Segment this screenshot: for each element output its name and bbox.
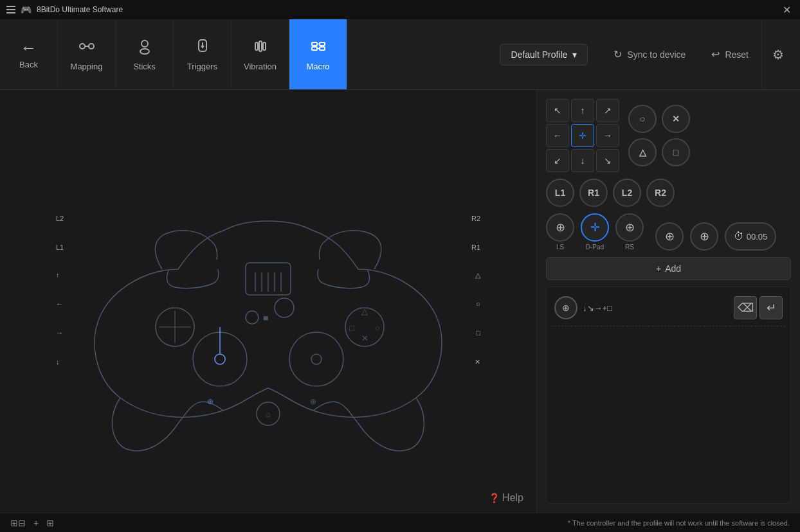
dpad-button[interactable]: ✛ xyxy=(581,213,609,242)
svg-point-0 xyxy=(80,44,85,49)
btn-r2[interactable]: R2 xyxy=(646,179,675,207)
triggers-icon xyxy=(194,37,212,58)
label-r1: R1 xyxy=(471,244,480,251)
svg-rect-13 xyxy=(312,47,317,50)
reset-button[interactable]: ↩ Reset xyxy=(698,19,761,89)
sync-icon: ↻ xyxy=(614,48,622,60)
stick-row: ⊕ LS ✛ D-Pad ⊕ RS ⊕ ⊕ ⏱ 00.05 xyxy=(546,213,791,251)
svg-point-25 xyxy=(246,311,259,324)
titlebar: 🎮 8BitDo Ultimate Software ✕ xyxy=(0,0,800,19)
dpad-button-label: D-Pad xyxy=(586,244,604,251)
label-square: □ xyxy=(476,329,480,337)
dpad-nw[interactable]: ↖ xyxy=(546,99,569,122)
nav-macro[interactable]: Macro xyxy=(289,19,347,89)
label-l2: L2 xyxy=(56,215,64,222)
lp-button[interactable]: ⊕ xyxy=(655,222,684,251)
reset-label: Reset xyxy=(725,49,749,60)
btn-l2[interactable]: L2 xyxy=(613,179,641,207)
rs-button-group: ⊕ RS xyxy=(615,213,644,251)
add-icon: + xyxy=(656,263,661,274)
svg-point-21 xyxy=(311,354,322,364)
svg-point-3 xyxy=(141,40,148,47)
svg-rect-8 xyxy=(255,42,258,50)
add-label: Add xyxy=(665,263,681,274)
timer-value: 00.05 xyxy=(747,232,768,242)
reset-icon: ↩ xyxy=(711,48,720,60)
rp-button[interactable]: ⊕ xyxy=(690,222,718,251)
dpad-se[interactable]: ↘ xyxy=(596,149,619,172)
label-down: ↓ xyxy=(56,358,60,366)
svg-point-18 xyxy=(215,354,225,364)
ls-button[interactable]: ⊕ xyxy=(546,213,574,242)
dashed-separator xyxy=(552,326,785,326)
navbar: ← Back Mapping Sticks Triggers Vibration… xyxy=(0,19,800,90)
ls-label: LS xyxy=(556,244,564,251)
label-l1: L1 xyxy=(56,244,64,251)
nav-mapping-label: Mapping xyxy=(71,62,103,71)
svg-rect-14 xyxy=(320,47,325,50)
nav-sticks[interactable]: Sticks xyxy=(116,19,174,89)
btn-cross-face[interactable]: ✕ xyxy=(662,105,690,133)
dpad-sw[interactable]: ↙ xyxy=(546,149,569,172)
nav-triggers-label: Triggers xyxy=(187,62,217,71)
bottombar: ⊞⊟ + ⊞ * The controller and the profile … xyxy=(0,513,800,532)
svg-point-20 xyxy=(289,332,343,386)
face-buttons-grid: ○ ✕ △ □ xyxy=(628,105,690,166)
bottom-icon-add[interactable]: + xyxy=(33,518,39,528)
help-button[interactable]: ❓ Help xyxy=(489,492,523,504)
timer-button[interactable]: ⏱ 00.05 xyxy=(725,222,776,251)
settings-icon: ⚙ xyxy=(772,47,784,62)
sync-button[interactable]: ↻ Sync to device xyxy=(601,19,698,89)
enter-key-backspace: ⌫ xyxy=(734,296,757,319)
dropdown-icon: ▾ xyxy=(572,49,577,60)
btn-square-face[interactable]: □ xyxy=(662,138,690,166)
nav-back[interactable]: ← Back xyxy=(0,19,58,89)
nav-mapping[interactable]: Mapping xyxy=(58,19,116,89)
nav-sticks-label: Sticks xyxy=(133,62,156,71)
dpad-e[interactable]: → xyxy=(596,124,619,147)
rs-button[interactable]: ⊕ xyxy=(615,213,644,242)
bottom-left-icons: ⊞⊟ + ⊞ xyxy=(10,518,54,528)
hamburger-menu[interactable] xyxy=(6,6,15,13)
help-label: Help xyxy=(502,492,523,504)
svg-rect-10 xyxy=(263,42,266,50)
svg-text:□: □ xyxy=(349,323,354,333)
settings-button[interactable]: ⚙ xyxy=(761,19,794,89)
dpad-grid: ↖ ↑ ↗ ← ✛ → ↙ ↓ ↘ xyxy=(546,99,619,172)
dpad-ne[interactable]: ↗ xyxy=(596,99,619,122)
close-button[interactable]: ✕ xyxy=(780,4,794,16)
enter-key-enter: ↵ xyxy=(759,296,783,319)
bottom-icon-windows[interactable]: ⊞ xyxy=(46,518,54,528)
btn-circle-face[interactable]: ○ xyxy=(628,105,657,133)
svg-point-4 xyxy=(140,49,149,54)
ls-button-group: ⊕ LS xyxy=(546,213,574,251)
profile-selector[interactable]: Default Profile ▾ xyxy=(500,44,588,66)
macro-icon xyxy=(309,37,327,58)
label-circle: ○ xyxy=(476,300,480,308)
dpad-s[interactable]: ↓ xyxy=(571,149,594,172)
right-panel: ↖ ↑ ↗ ← ✛ → ↙ ↓ ↘ ○ ✕ △ □ L1 R1 L2 xyxy=(536,90,800,513)
svg-text:✕: ✕ xyxy=(361,333,368,343)
timer-icon: ⏱ xyxy=(734,231,744,242)
macro-sequence-area: ⊕ ↓↘→+□ ⌫ ↵ xyxy=(546,287,791,504)
nav-macro-label: Macro xyxy=(306,62,329,71)
btn-triangle-face[interactable]: △ xyxy=(628,138,657,166)
svg-point-1 xyxy=(89,44,94,49)
bottom-icon-controller[interactable]: ⊞⊟ xyxy=(10,518,26,528)
dpad-center[interactable]: ✛ xyxy=(571,124,594,147)
svg-point-26 xyxy=(275,298,294,317)
svg-rect-9 xyxy=(259,41,262,51)
macro-stick-icon: ⊕ xyxy=(554,296,577,319)
nav-vibration[interactable]: Vibration xyxy=(232,19,289,89)
dpad-n[interactable]: ↑ xyxy=(571,99,594,122)
vibration-icon xyxy=(251,37,269,58)
label-right: → xyxy=(56,329,63,337)
dpad-w[interactable]: ← xyxy=(546,124,569,147)
btn-l1[interactable]: L1 xyxy=(546,179,574,207)
app-title: 8BitDo Ultimate Software xyxy=(37,5,123,14)
add-button[interactable]: + Add xyxy=(546,257,791,280)
nav-triggers[interactable]: Triggers xyxy=(174,19,232,89)
btn-r1[interactable]: R1 xyxy=(579,179,608,207)
dpad-button-group: ✛ D-Pad xyxy=(581,213,609,251)
svg-marker-7 xyxy=(201,46,205,49)
